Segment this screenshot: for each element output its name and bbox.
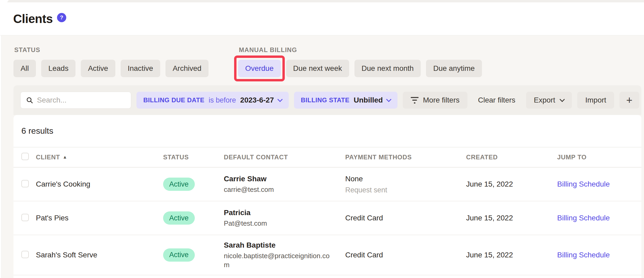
column-header-created[interactable]: CREATED [466,154,557,161]
client-name: Sarah's Soft Serve [36,251,163,259]
billing-due-date-filter-pill[interactable]: BILLING DUE DATE is before 2023-6-27 [136,92,289,109]
results-count: 6 results [13,115,641,147]
search-input[interactable] [37,96,126,104]
row-checkbox[interactable] [21,180,29,187]
payment-method: Credit Card [345,213,466,223]
status-badge: Active [163,248,195,262]
column-header-payment-methods[interactable]: PAYMENT METHODS [345,154,466,161]
left-gutter [0,35,2,278]
payment-method: None [345,174,466,184]
table-header-row: CLIENT ▲ STATUS DEFAULT CONTACT PAYMENT … [13,147,641,168]
clear-filters-button[interactable]: Clear filters [473,92,521,109]
status-chip-archived[interactable]: Archived [165,60,209,77]
billing-schedule-link[interactable]: Billing Schedule [557,180,610,188]
table-row[interactable]: Pat's Pies Active Patricia Pat@test.com … [13,201,641,235]
billing-chip-overdue[interactable]: Overdue [238,60,281,77]
search-icon [26,96,33,104]
payment-method: Credit Card [345,250,466,260]
billing-chip-due-next-month[interactable]: Due next month [354,60,421,77]
window-chrome-strip [7,0,644,2]
column-header-default-contact[interactable]: DEFAULT CONTACT [224,154,345,161]
pill-operator: is before [209,96,236,104]
contact-email: nicole.baptiste@practiceignition.com [224,252,333,270]
export-label: Export [534,96,555,104]
help-icon[interactable]: ? [57,13,66,22]
quick-filters: STATUS All Leads Active Inactive Archive… [13,46,641,77]
billing-chip-due-anytime[interactable]: Due anytime [426,60,482,77]
table-row[interactable]: Sarah's Soft Serve Active Sarah Baptiste… [13,235,641,275]
created-date: June 15, 2022 [466,214,557,222]
pill-value: 2023-6-27 [240,96,274,104]
status-chip-inactive[interactable]: Inactive [121,60,160,77]
client-name: Pat's Pies [36,214,163,222]
more-filters-label: More filters [423,96,459,104]
billing-schedule-link[interactable]: Billing Schedule [557,251,610,259]
status-badge: Active [163,178,195,191]
billing-chip-due-next-week[interactable]: Due next week [286,60,349,77]
page-title: Clients [13,12,53,26]
plus-icon: + [626,94,632,106]
status-badge: Active [163,211,195,225]
status-filter-group: STATUS All Leads Active Inactive Archive… [13,46,209,77]
payment-method-note: Request sent [345,186,466,194]
row-checkbox[interactable] [21,251,29,258]
status-chip-leads[interactable]: Leads [41,60,75,77]
filter-lines-icon [411,97,419,104]
column-header-client[interactable]: CLIENT ▲ [36,154,163,161]
column-header-jump-to[interactable]: JUMP TO [557,154,641,161]
import-button[interactable]: Import [577,92,614,109]
filter-toolbar: BILLING DUE DATE is before 2023-6-27 BIL… [13,85,641,115]
table-row[interactable]: Carrie's Cooking Active Carrie Shaw carr… [13,168,641,201]
export-button[interactable]: Export [526,92,572,109]
client-name: Carrie's Cooking [36,180,163,188]
contact-email: carrie@test.com [224,185,333,194]
chevron-down-icon [386,97,392,102]
select-all-checkbox[interactable] [21,153,29,160]
pill-value: Unbilled [354,96,383,104]
row-checkbox[interactable] [21,214,29,221]
pill-label: BILLING STATE [301,96,349,104]
manual-billing-group-label: MANUAL BILLING [239,46,482,54]
contact-email: Pat@test.com [224,219,333,228]
manual-billing-filter-group: MANUAL BILLING Overdue Due next week Due… [238,46,482,77]
contact-name: Sarah Baptiste [224,240,345,250]
status-group-label: STATUS [14,46,209,54]
created-date: June 15, 2022 [466,251,557,259]
contact-name: Patricia [224,208,345,217]
contact-name: Carrie Shaw [224,174,345,184]
billing-state-filter-pill[interactable]: BILLING STATE Unbilled [294,92,398,109]
status-chip-active[interactable]: Active [81,60,115,77]
more-filters-button[interactable]: More filters [403,92,467,109]
created-date: June 15, 2022 [466,180,557,188]
chevron-down-icon [560,97,565,102]
main-content: STATUS All Leads Active Inactive Archive… [0,35,644,278]
results-card: 6 results CLIENT ▲ STATUS DEFAULT CONTAC… [13,115,641,278]
billing-schedule-link[interactable]: Billing Schedule [557,214,610,222]
clients-page: Clients ? STATUS All Leads Active Inacti… [0,0,644,278]
status-chip-all[interactable]: All [13,60,36,77]
search-box[interactable] [20,92,131,109]
sort-ascending-icon: ▲ [63,155,67,160]
chevron-down-icon [277,97,283,102]
column-header-status[interactable]: STATUS [163,154,224,161]
pill-label: BILLING DUE DATE [143,96,205,104]
page-header: Clients ? [0,0,644,35]
add-client-button[interactable]: + [619,92,639,109]
